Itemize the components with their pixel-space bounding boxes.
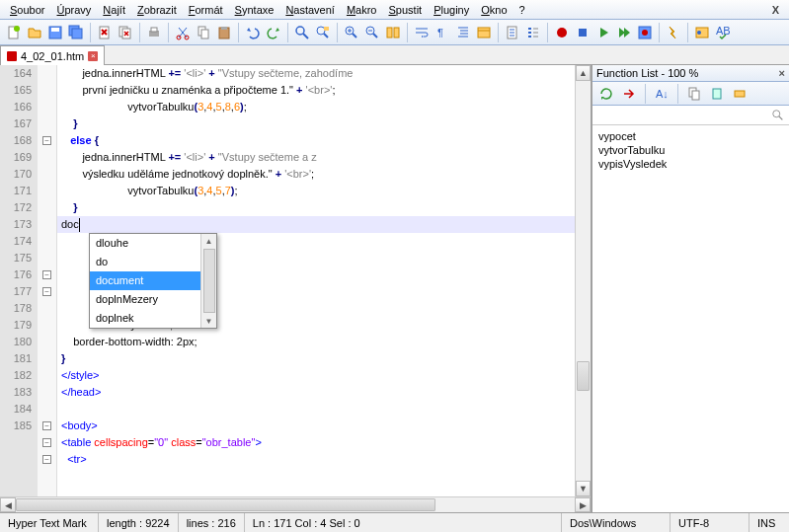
open-file-icon[interactable] — [25, 23, 44, 42]
replace-icon[interactable] — [313, 23, 333, 42]
wordwrap-icon[interactable] — [412, 23, 432, 42]
autocomplete-popup[interactable]: dlouhedodocumentdoplnMezerydoplnek▲▼ — [89, 233, 217, 329]
zoom-in-icon[interactable] — [342, 23, 361, 42]
file-tab[interactable]: 4_02_01.htm × — [0, 45, 105, 65]
cut-icon[interactable] — [173, 23, 193, 42]
run-icon[interactable] — [664, 23, 683, 42]
menu-syntaxe[interactable]: Syntaxe — [229, 2, 280, 18]
function-item[interactable]: vypisVysledek — [598, 157, 783, 171]
menu-najít[interactable]: Najít — [97, 2, 131, 18]
lang-menu-icon[interactable] — [474, 23, 494, 42]
status-enc: UTF-8 — [671, 513, 750, 532]
tab-bar: 4_02_01.htm × — [0, 45, 789, 65]
svg-rect-22 — [387, 28, 392, 38]
save-icon[interactable] — [45, 23, 65, 42]
close-file-icon[interactable] — [95, 23, 115, 42]
stop-macro-icon[interactable] — [573, 23, 592, 42]
new-file-icon[interactable] — [4, 23, 24, 42]
svg-rect-19 — [324, 27, 329, 31]
paste-icon[interactable] — [214, 23, 234, 42]
svg-rect-10 — [151, 28, 157, 32]
menu-?[interactable]: ? — [513, 2, 531, 18]
reload-icon[interactable] — [596, 84, 616, 104]
settings-icon[interactable] — [707, 84, 727, 104]
copy-icon[interactable] — [194, 23, 213, 42]
svg-point-39 — [773, 110, 780, 116]
menu-makro[interactable]: Makro — [341, 2, 383, 18]
sort-icon[interactable]: A↓ — [652, 84, 671, 104]
undo-icon[interactable] — [243, 23, 263, 42]
ac-item[interactable]: doplnek — [90, 309, 216, 328]
tab-close-icon[interactable]: × — [88, 51, 98, 61]
scroll-down-icon[interactable]: ▼ — [576, 481, 591, 496]
record-macro-icon[interactable] — [552, 23, 572, 42]
scroll-left-icon[interactable]: ◀ — [0, 497, 16, 512]
svg-point-18 — [317, 27, 325, 35]
svg-rect-25 — [478, 28, 490, 38]
doc-list-icon[interactable] — [503, 23, 522, 42]
sync-scroll-icon[interactable] — [383, 23, 403, 42]
goto-icon[interactable] — [619, 84, 639, 104]
function-item[interactable]: vytvorTabulku — [598, 143, 783, 157]
status-bar: Hyper Text Mark length : 9224 lines : 21… — [0, 512, 789, 532]
menu-nastavení[interactable]: Nastavení — [279, 2, 341, 18]
save-all-icon[interactable] — [66, 23, 86, 42]
redo-icon[interactable] — [264, 23, 283, 42]
horizontal-scrollbar[interactable]: ◀ ▶ — [0, 496, 591, 512]
main-toolbar: ¶ ABC — [0, 20, 789, 45]
menu-zobrazit[interactable]: Zobrazit — [131, 2, 183, 18]
svg-rect-23 — [394, 28, 399, 38]
scroll-thumb[interactable] — [577, 361, 590, 391]
vertical-scrollbar[interactable]: ▲ ▼ — [575, 65, 591, 496]
menu-formát[interactable]: Formát — [183, 2, 229, 18]
svg-rect-36 — [692, 91, 699, 100]
ac-item[interactable]: dlouhe — [90, 234, 216, 253]
status-pos: Ln : 171 Col : 4 Sel : 0 — [245, 513, 562, 532]
play-multi-icon[interactable] — [614, 23, 634, 42]
window-close-x[interactable]: X — [766, 4, 785, 16]
save-macro-icon[interactable] — [635, 23, 655, 42]
ac-item[interactable]: document — [90, 271, 216, 290]
copy-func-icon[interactable] — [684, 84, 704, 104]
spellcheck-icon[interactable]: ABC — [713, 23, 733, 42]
toggle-bookmark-icon[interactable] — [692, 23, 712, 42]
svg-rect-28 — [579, 29, 587, 37]
indent-guide-icon[interactable] — [453, 23, 473, 42]
code-editor[interactable]: 1641651661671681691701711721731741751761… — [0, 65, 591, 496]
show-all-chars-icon[interactable]: ¶ — [433, 23, 452, 42]
svg-rect-14 — [201, 30, 208, 38]
fold-column[interactable]: −−−−−− — [38, 65, 57, 496]
ac-item[interactable]: do — [90, 253, 216, 271]
close-all-icon[interactable] — [116, 23, 135, 42]
svg-rect-38 — [735, 91, 745, 97]
scroll-up-icon[interactable]: ▲ — [576, 65, 591, 81]
find-icon[interactable] — [292, 23, 312, 42]
svg-point-32 — [697, 31, 701, 35]
print-icon[interactable] — [144, 23, 164, 42]
svg-text:¶: ¶ — [437, 27, 443, 38]
ac-item[interactable]: doplnMezery — [90, 290, 216, 309]
function-list[interactable]: vypocetvytvorTabulkuvypisVysledek — [592, 125, 789, 512]
play-macro-icon[interactable] — [593, 23, 613, 42]
menu-úpravy[interactable]: Úpravy — [50, 2, 97, 18]
menu-spustit[interactable]: Spustit — [383, 2, 429, 18]
func-list-icon[interactable] — [523, 23, 543, 42]
function-list-panel: Function List - 100 % × A↓ vypocetvytvor… — [592, 65, 789, 512]
hscroll-thumb[interactable] — [16, 498, 435, 511]
panel-search[interactable] — [592, 106, 789, 125]
view-icon[interactable] — [730, 84, 750, 104]
scroll-right-icon[interactable]: ▶ — [575, 497, 591, 512]
panel-title: Function List - 100 % — [596, 67, 698, 79]
svg-text:ABC: ABC — [716, 25, 731, 37]
panel-close-icon[interactable]: × — [779, 67, 785, 79]
menu-pluginy[interactable]: Pluginy — [428, 2, 475, 18]
svg-point-30 — [642, 30, 648, 36]
menu-okno[interactable]: Okno — [475, 2, 513, 18]
menu-soubor[interactable]: Soubor — [4, 2, 50, 18]
svg-rect-16 — [221, 27, 227, 30]
source-text[interactable]: jedna.innerHTML += '<li>' + "Vstupy sečt… — [57, 65, 575, 496]
function-item[interactable]: vypocet — [598, 129, 783, 143]
zoom-out-icon[interactable] — [362, 23, 382, 42]
status-lines: lines : 216 — [179, 513, 245, 532]
svg-point-1 — [14, 26, 20, 32]
